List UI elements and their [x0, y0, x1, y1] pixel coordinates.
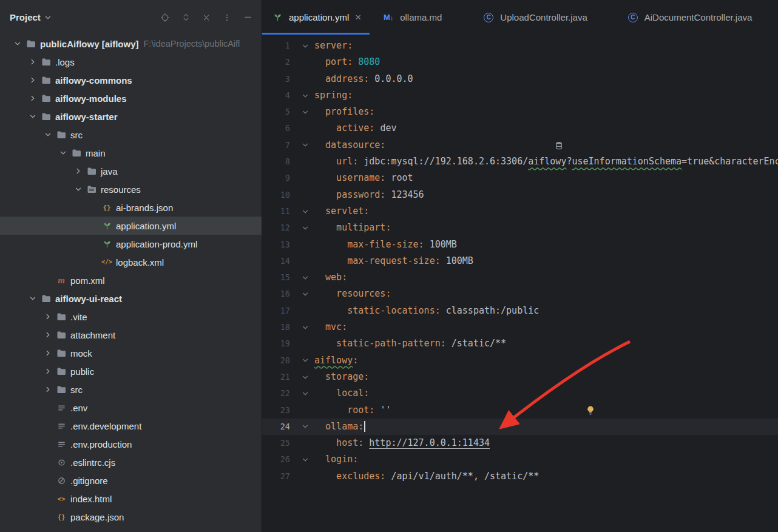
- chevron-down-icon[interactable]: [300, 206, 310, 217]
- code-line-14[interactable]: 14 max-request-size: 100MB: [262, 253, 778, 269]
- chevron-right-icon[interactable]: [41, 348, 55, 359]
- chevron-down-icon[interactable]: [26, 293, 39, 304]
- chevron-down-icon[interactable]: [300, 388, 310, 399]
- code-line-10[interactable]: 10 password: 123456: [262, 187, 778, 203]
- code-line-15[interactable]: 15 web:: [262, 269, 778, 286]
- tree-item-index-html[interactable]: <>index.html: [0, 490, 262, 508]
- code-line-20[interactable]: 20aiflowy:: [262, 352, 778, 369]
- chevron-down-icon[interactable]: [300, 107, 310, 118]
- chevron-right-icon[interactable]: [41, 384, 55, 395]
- tree-item-mock[interactable]: mock: [0, 344, 262, 362]
- chevron-right-icon[interactable]: [26, 56, 39, 67]
- tree-item-pom-xml[interactable]: mpom.xml: [0, 271, 262, 289]
- code-line-12[interactable]: 12 multipart:: [262, 220, 778, 236]
- chevron-down-icon[interactable]: [56, 147, 70, 158]
- code-line-9[interactable]: 9 username: root: [262, 170, 778, 186]
- tree-item-application-yml[interactable]: application.yml: [0, 217, 262, 235]
- project-selector[interactable]: Project: [10, 12, 53, 23]
- tree-item-gitignore[interactable]: .gitignore: [0, 471, 262, 490]
- database-gutter-icon[interactable]: [555, 141, 563, 150]
- chevron-down-icon[interactable]: [300, 289, 310, 300]
- tree-item-logs[interactable]: .logs: [0, 53, 262, 71]
- code-line-22[interactable]: 22 local:: [262, 385, 778, 402]
- chevron-down-icon[interactable]: [41, 129, 55, 140]
- tree-item-main[interactable]: main: [0, 144, 262, 162]
- tree-item-src[interactable]: src: [0, 380, 262, 399]
- code-line-23[interactable]: 23 root: '': [262, 402, 778, 419]
- code-line-2[interactable]: 2 port: 8080: [262, 54, 778, 70]
- tree-item-public[interactable]: public: [0, 362, 262, 380]
- fold-gutter[interactable]: [296, 223, 314, 234]
- fold-gutter[interactable]: [296, 322, 314, 333]
- chevron-down-icon[interactable]: [26, 111, 39, 122]
- chevron-down-icon[interactable]: [72, 184, 85, 195]
- chevron-right-icon[interactable]: [41, 311, 55, 322]
- editor[interactable]: 1server:2 port: 80803 address: 0.0.0.04s…: [262, 35, 778, 532]
- tree-item-src[interactable]: src: [0, 126, 262, 144]
- chevron-down-icon[interactable]: [300, 140, 310, 150]
- chevron-down-icon[interactable]: [300, 355, 310, 366]
- code-line-24[interactable]: 24 ollama:: [262, 419, 778, 435]
- tree-item-attachment[interactable]: attachment: [0, 326, 262, 344]
- tab-aidocumentcontroller-java[interactable]: CAiDocumentController.java: [618, 0, 761, 35]
- tree-item-env[interactable]: .env: [0, 399, 262, 417]
- tree-item-eslintrc-cjs[interactable]: .eslintrc.cjs: [0, 453, 262, 471]
- fold-gutter[interactable]: [296, 388, 314, 399]
- fold-gutter[interactable]: [296, 90, 314, 101]
- code-line-13[interactable]: 13 max-file-size: 100MB: [262, 237, 778, 253]
- fold-gutter[interactable]: [296, 206, 314, 217]
- tree-item-resources[interactable]: resources: [0, 180, 262, 198]
- close-icon[interactable]: ×: [355, 12, 361, 22]
- tree-item-publicaiflowy-aiflowy[interactable]: publicAiflowy [aiflowy]F:\ideaProjects\p…: [0, 35, 262, 53]
- more-icon[interactable]: [222, 12, 232, 23]
- tree-item-env-development[interactable]: .env.development: [0, 417, 262, 435]
- collapse-all-icon[interactable]: [180, 12, 191, 23]
- code-line-8[interactable]: 8 url: jdbc:mysql://192.168.2.6:3306/aif…: [262, 153, 778, 170]
- fold-gutter[interactable]: [296, 107, 314, 118]
- tree-item-package-json[interactable]: {}package.json: [0, 508, 262, 526]
- code-line-21[interactable]: 21 storage:: [262, 369, 778, 385]
- code-line-18[interactable]: 18 mvc:: [262, 319, 778, 335]
- fold-gutter[interactable]: [296, 372, 314, 383]
- scissors-icon[interactable]: [201, 12, 212, 23]
- code-line-25[interactable]: 25 host: http://127.0.0.1:11434: [262, 435, 778, 451]
- tree-item-application-prod-yml[interactable]: application-prod.yml: [0, 235, 262, 253]
- code-line-27[interactable]: 27 excludes: /api/v1/auth/**, /static/**: [262, 468, 778, 485]
- locate-icon[interactable]: [160, 12, 171, 23]
- tab-uploadcontroller-java[interactable]: CUploadController.java: [473, 0, 595, 35]
- code-line-3[interactable]: 3 address: 0.0.0.0: [262, 71, 778, 87]
- code-line-26[interactable]: 26 login:: [262, 451, 778, 468]
- chevron-right-icon[interactable]: [26, 93, 39, 104]
- hide-icon[interactable]: [242, 12, 253, 23]
- tab-ollama-md[interactable]: M↓ollama.md: [373, 0, 450, 35]
- chevron-right-icon[interactable]: [41, 366, 55, 377]
- tree-item-aiflowy-commons[interactable]: aiflowy-commons: [0, 71, 262, 89]
- tree-item-logback-xml[interactable]: </>logback.xml: [0, 253, 262, 271]
- chevron-right-icon[interactable]: [26, 75, 39, 86]
- chevron-down-icon[interactable]: [300, 372, 310, 383]
- chevron-down-icon[interactable]: [300, 90, 310, 101]
- code-line-5[interactable]: 5 profiles:: [262, 104, 778, 120]
- code-line-16[interactable]: 16 resources:: [262, 286, 778, 302]
- chevron-down-icon[interactable]: [300, 454, 310, 465]
- code-line-1[interactable]: 1server:: [262, 38, 778, 54]
- tree-item-env-production[interactable]: .env.production: [0, 435, 262, 453]
- tree-item-aiflowy-starter[interactable]: aiflowy-starter: [0, 107, 262, 126]
- code-line-7[interactable]: 7 datasource:: [262, 137, 778, 153]
- fold-gutter[interactable]: [296, 140, 314, 150]
- chevron-down-icon[interactable]: [300, 421, 310, 432]
- chevron-down-icon[interactable]: [300, 272, 310, 283]
- chevron-right-icon[interactable]: [72, 166, 85, 177]
- fold-gutter[interactable]: [296, 289, 314, 300]
- code-line-17[interactable]: 17 static-locations: classpath:/public: [262, 303, 778, 319]
- chevron-down-icon[interactable]: [300, 223, 310, 234]
- tree-item-java[interactable]: java: [0, 162, 262, 180]
- tree-item-ai-brands-json[interactable]: {}ai-brands.json: [0, 198, 262, 217]
- tree-item-aiflowy-ui-react[interactable]: aiflowy-ui-react: [0, 289, 262, 308]
- tree-item-vite[interactable]: .vite: [0, 308, 262, 326]
- code-line-4[interactable]: 4spring:: [262, 87, 778, 104]
- code-line-11[interactable]: 11 servlet:: [262, 203, 778, 220]
- fold-gutter[interactable]: [296, 41, 314, 52]
- code-line-19[interactable]: 19 static-path-pattern: /static/**: [262, 335, 778, 352]
- chevron-down-icon[interactable]: [11, 38, 24, 49]
